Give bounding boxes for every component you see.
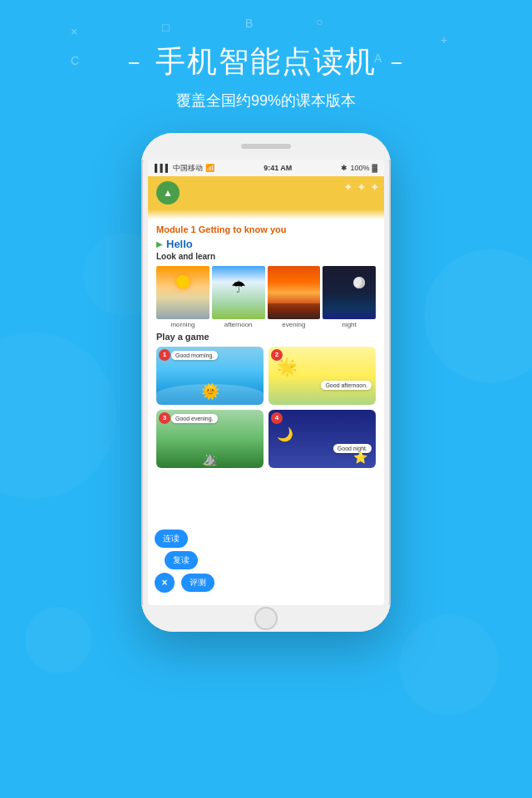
- signal-bars: ▌▌▌: [155, 164, 170, 172]
- game-cell-2: 2 Good afternoon. 🌟: [268, 347, 376, 405]
- image-cell-afternoon: ☂ afternoon: [212, 266, 265, 328]
- bg-blob-left: [0, 332, 116, 499]
- wifi-icon: 📶: [205, 164, 214, 172]
- carrier-name: 中国移动: [173, 163, 203, 174]
- night-label: night: [342, 321, 356, 328]
- afternoon-label: afternoon: [224, 321, 253, 328]
- main-title: － 手机智能点读机 －: [0, 42, 532, 82]
- sun-cartoon-2: 🌟: [277, 357, 298, 377]
- image-cell-night: night: [323, 266, 376, 328]
- wave-divider: [148, 209, 384, 219]
- umbrella-icon: ☂: [231, 277, 246, 297]
- evening-image: [268, 266, 321, 319]
- morning-label: morning: [170, 321, 195, 328]
- play-icon[interactable]: ▶: [156, 239, 163, 249]
- close-button[interactable]: ×: [155, 573, 175, 593]
- afternoon-image: ☂: [212, 266, 265, 319]
- speech-3: Good evening.: [171, 414, 218, 423]
- phone-bottom-area: [141, 605, 391, 632]
- star-cartoon: ⭐: [353, 451, 367, 464]
- app-top-bar: ▲ ✦ ✦ ✦: [148, 176, 384, 209]
- look-learn-label: Look and learn: [156, 252, 376, 261]
- subtitle-text: 覆盖全国约99%的课本版本: [0, 91, 532, 111]
- image-cell-morning: morning: [156, 266, 209, 328]
- morning-sun: [176, 275, 190, 288]
- title-dash-right: －: [385, 47, 410, 78]
- moon-icon: [353, 277, 365, 288]
- play-game-title: Play a game: [156, 332, 376, 342]
- status-time: 9:41 AM: [264, 164, 292, 172]
- image-cell-evening: evening: [268, 266, 321, 328]
- lian-du-button[interactable]: 连读: [155, 530, 188, 548]
- app-main-content: Module 1 Getting to know you ▶ Hello Loo…: [148, 219, 384, 473]
- game-num-1: 1: [159, 349, 170, 361]
- image-grid: morning ☂ afternoon evening: [156, 266, 376, 328]
- ping-ce-button[interactable]: 评测: [181, 574, 214, 592]
- module-title: Module 1 Getting to know you: [156, 224, 376, 234]
- speech-2: Good afternoon.: [321, 381, 372, 390]
- hill-icon: ⛰️: [202, 451, 219, 466]
- overlay-buttons-container: 连读 复读 × 评测: [148, 530, 214, 593]
- game-cell-4: 4 Good night. 🌙 ⭐: [268, 410, 376, 468]
- game-cell-3: 3 Good evening. ⛰️: [156, 410, 264, 468]
- hello-text: Hello: [166, 238, 193, 250]
- status-bar: ▌▌▌ 中国移动 📶 9:41 AM ✱ 100% ▓: [148, 160, 384, 176]
- phone-top-area: [141, 133, 391, 160]
- game-grid: 1 Good morning. 🌞 2 Good afternoon. 🌟: [156, 347, 376, 468]
- night-image: [323, 266, 376, 319]
- game-cell-1: 1 Good morning. 🌞: [156, 347, 264, 405]
- bg-blob-bottom-right: [399, 615, 499, 715]
- bluetooth-icon: ✱: [341, 164, 347, 172]
- morning-image: [156, 266, 209, 319]
- phone-screen: ▌▌▌ 中国移动 📶 9:41 AM ✱ 100% ▓ ▲ ✦ ✦ ✦: [148, 160, 384, 605]
- sun-cartoon-1: 🌞: [201, 382, 219, 401]
- bg-blob-right: [424, 249, 532, 382]
- speech-1: Good morning.: [171, 351, 218, 360]
- game-num-4: 4: [271, 412, 283, 424]
- title-dash: －: [122, 47, 147, 78]
- battery-icon: ▓: [372, 164, 377, 172]
- header-stars: ✦ ✦ ✦: [343, 180, 380, 194]
- fu-du-button[interactable]: 复读: [165, 551, 198, 569]
- status-right: ✱ 100% ▓: [341, 164, 377, 172]
- phone-speaker: [241, 144, 291, 149]
- battery-text: 100%: [350, 164, 369, 172]
- game-num-3: 3: [159, 412, 170, 424]
- app-logo: ▲: [156, 181, 180, 204]
- status-left: ▌▌▌ 中国移动 📶: [155, 163, 214, 174]
- section-heading: ▶ Hello: [156, 238, 376, 250]
- title-text: 手机智能点读机: [155, 42, 377, 82]
- phone-body: ▌▌▌ 中国移动 📶 9:41 AM ✱ 100% ▓ ▲ ✦ ✦ ✦: [141, 133, 391, 632]
- moon-cartoon: 🌙: [277, 426, 293, 442]
- logo-triangle: ▲: [163, 187, 173, 199]
- home-button[interactable]: [254, 607, 278, 630]
- app-header-section: － 手机智能点读机 － 覆盖全国约99%的课本版本: [0, 0, 532, 111]
- phone-mockup: ▌▌▌ 中国移动 📶 9:41 AM ✱ 100% ▓ ▲ ✦ ✦ ✦: [141, 133, 391, 632]
- evening-label: evening: [282, 321, 305, 328]
- bg-blob-bottom-left: [25, 607, 91, 673]
